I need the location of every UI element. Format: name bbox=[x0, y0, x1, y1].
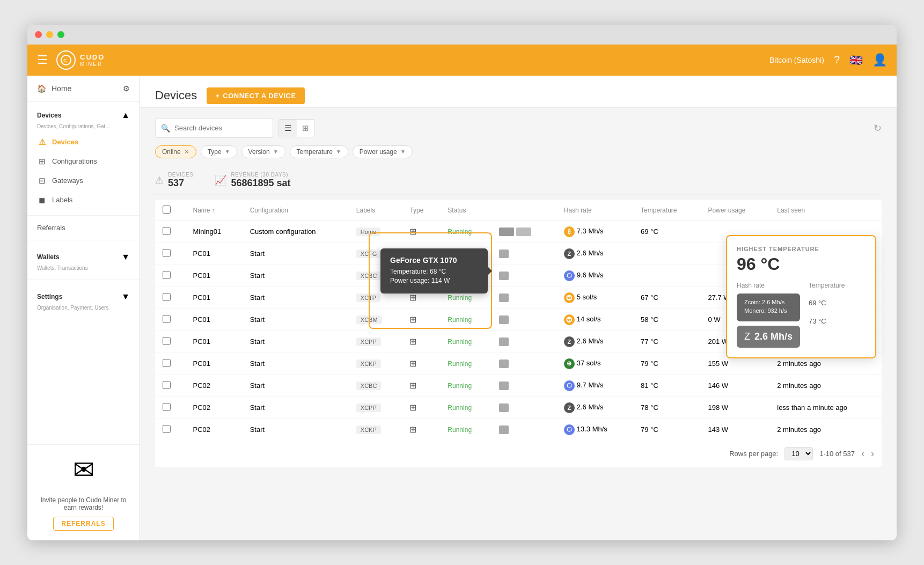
maximize-btn[interactable] bbox=[57, 31, 64, 38]
devices-section-header[interactable]: Devices ▲ bbox=[27, 107, 140, 123]
col-name[interactable]: Name ↑ bbox=[186, 200, 243, 221]
help-icon[interactable]: ? bbox=[834, 54, 840, 66]
row-checkbox[interactable] bbox=[155, 353, 186, 375]
row-temp: 81 °C bbox=[633, 375, 700, 397]
devices-table-wrap: Name ↑ Configuration Labels Type Status … bbox=[155, 200, 882, 467]
refresh-button[interactable]: ↻ bbox=[874, 122, 882, 134]
online-chip-remove[interactable]: ✕ bbox=[184, 148, 189, 156]
row-hashrate: Z2.6 Mh/s bbox=[556, 243, 633, 265]
row-status: Running bbox=[440, 221, 492, 243]
row-checkbox[interactable] bbox=[155, 375, 186, 397]
home-label: Home bbox=[52, 84, 71, 93]
devices-stat-icon: ⚠ bbox=[155, 174, 164, 186]
row-temp: 67 °C bbox=[633, 287, 700, 309]
filter-online[interactable]: Online ✕ bbox=[155, 145, 196, 158]
row-hashbar bbox=[492, 221, 556, 243]
popup-hash-title-1: Zcoin: 2.6 Mh/s bbox=[744, 299, 793, 305]
select-all-checkbox[interactable] bbox=[163, 206, 171, 214]
settings-section-sub: Organisation, Payment, Users bbox=[27, 305, 140, 314]
os-windows-icon: ⊞ bbox=[409, 227, 416, 236]
prev-page-button[interactable]: ‹ bbox=[861, 448, 864, 459]
row-checkbox[interactable] bbox=[155, 221, 186, 243]
row-temp: 79 °C bbox=[633, 353, 700, 375]
wallets-section-header[interactable]: Wallets ▼ bbox=[27, 249, 140, 265]
row-select-checkbox[interactable] bbox=[163, 293, 171, 301]
col-bar bbox=[492, 200, 556, 221]
popup-highest-temp-label: HIGHEST TEMPERATURE bbox=[737, 246, 866, 252]
devices-section-title: Devices bbox=[37, 112, 61, 119]
table-row[interactable]: PC02 Start XCKP ⊞ Running ⬡13.3 Mh/s 79 … bbox=[155, 419, 882, 441]
content-body: 🔍 ☰ ⊞ ↻ Online ✕ bbox=[140, 108, 897, 540]
coin-icon: ⬡ bbox=[564, 424, 575, 435]
sidebar-bottom: ✉ Invite people to Cudo Miner to earn re… bbox=[27, 444, 140, 540]
type-chip-arrow: ▼ bbox=[225, 149, 230, 155]
popup-hash-label: Hash rate bbox=[737, 282, 800, 289]
language-flag[interactable]: 🇬🇧 bbox=[849, 54, 863, 67]
row-select-checkbox[interactable] bbox=[163, 315, 171, 323]
coin-icon: Z bbox=[564, 336, 575, 347]
row-checkbox[interactable] bbox=[155, 243, 186, 265]
search-input[interactable] bbox=[174, 124, 260, 132]
close-btn[interactable] bbox=[35, 31, 42, 38]
os-windows-icon: ⊞ bbox=[409, 381, 416, 390]
rows-per-page-select[interactable]: 10 25 50 bbox=[784, 447, 813, 460]
devices-icon: ⚠ bbox=[37, 137, 47, 147]
row-checkbox[interactable] bbox=[155, 265, 186, 287]
connect-device-button[interactable]: + CONNECT A DEVICE bbox=[207, 87, 304, 104]
revenue-stat-icon: 📈 bbox=[215, 174, 226, 186]
user-icon[interactable]: 👤 bbox=[872, 53, 887, 67]
search-box[interactable]: 🔍 bbox=[155, 119, 273, 138]
row-config: Start bbox=[243, 309, 349, 331]
filter-temperature[interactable]: Temperature ▼ bbox=[290, 145, 348, 158]
labels-icon: ◼ bbox=[37, 195, 47, 205]
row-select-checkbox[interactable] bbox=[163, 227, 171, 235]
sidebar-section-wallets: Wallets ▼ Wallets, Transactions bbox=[27, 244, 140, 276]
sidebar-item-referrals[interactable]: Referrals bbox=[27, 219, 140, 237]
sidebar-item-gateways[interactable]: ⊟ Gateways bbox=[27, 171, 140, 190]
grid-view-button[interactable]: ⊞ bbox=[297, 120, 314, 137]
table-row[interactable]: PC02 Start XCPP ⊞ Running Z2.6 Mh/s 78 °… bbox=[155, 397, 882, 419]
row-hashbar bbox=[492, 397, 556, 419]
row-select-checkbox[interactable] bbox=[163, 337, 171, 345]
row-select-checkbox[interactable] bbox=[163, 403, 171, 411]
settings-icon[interactable]: ⚙ bbox=[123, 84, 130, 93]
row-temp: 69 °C bbox=[633, 221, 700, 243]
hamburger-icon[interactable]: ☰ bbox=[37, 53, 48, 67]
filter-power[interactable]: Power usage ▼ bbox=[353, 145, 413, 158]
sidebar-item-labels[interactable]: ◼ Labels bbox=[27, 190, 140, 210]
minimize-btn[interactable] bbox=[46, 31, 53, 38]
row-select-checkbox[interactable] bbox=[163, 249, 171, 257]
row-lastseen: 2 minutes ago bbox=[769, 375, 882, 397]
row-select-checkbox[interactable] bbox=[163, 359, 171, 367]
row-checkbox[interactable] bbox=[155, 419, 186, 441]
topbar-left: ☰ C CUDO MINER bbox=[37, 50, 105, 70]
sidebar-item-home[interactable]: 🏠 Home ⚙ bbox=[27, 76, 140, 102]
row-checkbox[interactable] bbox=[155, 331, 186, 353]
topbar-right: Bitcoin (Satoshi) ? 🇬🇧 👤 bbox=[769, 53, 887, 67]
next-page-button[interactable]: › bbox=[871, 448, 874, 459]
highest-temp-popup: HIGHEST TEMPERATURE 96 °C Hash rate Zcoi… bbox=[726, 235, 876, 358]
app: ☰ C CUDO MINER Bitcoin (Satoshi) bbox=[27, 45, 897, 540]
filter-version[interactable]: Version ▼ bbox=[241, 145, 285, 158]
row-select-checkbox[interactable] bbox=[163, 271, 171, 279]
table-row[interactable]: PC02 Start XCBC ⊞ Running ⬡9.7 Mh/s 81 °… bbox=[155, 375, 882, 397]
logo-text: CUDO MINER bbox=[80, 53, 105, 67]
os-windows-icon: ⊞ bbox=[409, 293, 416, 302]
col-type[interactable]: Type bbox=[402, 200, 440, 221]
row-hashbar bbox=[492, 265, 556, 287]
col-labels[interactable]: Labels bbox=[349, 200, 402, 221]
filter-type[interactable]: Type ▼ bbox=[201, 145, 237, 158]
col-config[interactable]: Configuration bbox=[243, 200, 349, 221]
sidebar-item-devices[interactable]: ⚠ Devices bbox=[27, 133, 140, 152]
referrals-button[interactable]: REFERRALS bbox=[53, 517, 113, 531]
row-checkbox[interactable] bbox=[155, 397, 186, 419]
row-checkbox[interactable] bbox=[155, 287, 186, 309]
row-select-checkbox[interactable] bbox=[163, 425, 171, 433]
list-view-button[interactable]: ☰ bbox=[279, 120, 297, 137]
sidebar-item-configurations[interactable]: ⊞ Configurations bbox=[27, 152, 140, 171]
row-select-checkbox[interactable] bbox=[163, 381, 171, 389]
row-checkbox[interactable] bbox=[155, 309, 186, 331]
settings-section-header[interactable]: Settings ▼ bbox=[27, 289, 140, 305]
currency-button[interactable]: Bitcoin (Satoshi) bbox=[769, 56, 824, 64]
tooltip-power-row: Power usage: 114 W bbox=[390, 277, 478, 284]
